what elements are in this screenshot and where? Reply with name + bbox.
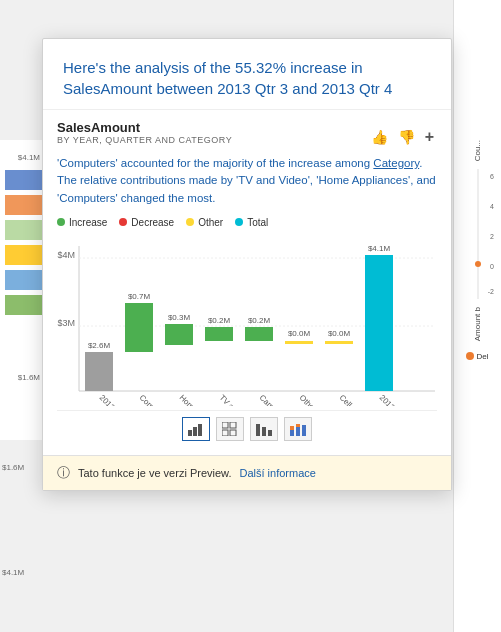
- svg-text:$0.2M: $0.2M: [248, 316, 271, 325]
- chart-type-bar-button[interactable]: [250, 417, 278, 441]
- svg-rect-45: [262, 427, 266, 436]
- svg-text:Cameras an...: Cameras an...: [258, 393, 300, 406]
- chart-type-waterfall-button[interactable]: [182, 417, 210, 441]
- svg-rect-0: [5, 170, 45, 190]
- thumbs-down-button[interactable]: 👎: [395, 127, 418, 147]
- chart-actions: 👍 👎 +: [368, 127, 437, 147]
- svg-text:Cell phones: Cell phones: [338, 393, 374, 406]
- svg-rect-1: [5, 195, 45, 215]
- bar-cellphones: [325, 341, 353, 344]
- bar-qtr4: [365, 255, 393, 391]
- svg-rect-37: [188, 430, 192, 436]
- svg-text:6: 6: [490, 173, 494, 180]
- legend-dot-increase: [57, 218, 65, 226]
- preview-text: Tato funkce je ve verzi Preview.: [78, 467, 231, 479]
- right-sidebar: Cou... 6 4 2 0 -2 Amount b Del: [453, 0, 501, 632]
- svg-rect-4: [5, 270, 45, 290]
- sidebar-dot-label: Del: [476, 352, 488, 361]
- svg-rect-49: [296, 427, 300, 436]
- svg-text:0: 0: [490, 263, 494, 270]
- popup-title: Here's the analysis of the 55.32% increa…: [63, 57, 431, 99]
- bar-qtr3: [85, 352, 113, 391]
- popup-header: Here's the analysis of the 55.32% increa…: [43, 39, 451, 110]
- svg-text:$4.1M: $4.1M: [18, 153, 41, 162]
- svg-text:$0.2M: $0.2M: [208, 316, 231, 325]
- svg-rect-47: [290, 430, 294, 436]
- chart-section: SalesAmount BY YEAR, QUARTER AND CATEGOR…: [43, 110, 451, 455]
- waterfall-svg: $4M $3M $2.6M $0.7M: [57, 236, 437, 406]
- svg-text:Computers: Computers: [138, 393, 172, 406]
- svg-text:2013 Qtr 3: 2013 Qtr 3: [98, 393, 131, 406]
- thumbs-up-button[interactable]: 👍: [368, 127, 391, 147]
- bar-tv: [205, 327, 233, 341]
- svg-text:$0.3M: $0.3M: [168, 313, 191, 322]
- svg-text:TV and Video: TV and Video: [218, 393, 259, 406]
- chart-title: SalesAmount BY YEAR, QUARTER AND CATEGOR…: [57, 120, 232, 153]
- bottom-left-axis: $4.1M: [2, 568, 27, 577]
- waterfall-chart: $4M $3M $2.6M $0.7M: [57, 236, 437, 406]
- svg-rect-39: [198, 424, 202, 436]
- bottom-left-axis2: $1.6M: [2, 463, 27, 472]
- info-icon: ⓘ: [57, 464, 70, 482]
- svg-rect-44: [256, 424, 260, 436]
- svg-point-14: [475, 261, 481, 267]
- bar-cameras: [245, 327, 273, 341]
- legend-dot-decrease: [119, 218, 127, 226]
- bar-computers: [125, 303, 153, 352]
- svg-text:Home Appli...: Home Appli...: [178, 393, 218, 406]
- legend-item-decrease: Decrease: [119, 217, 174, 228]
- chart-description: 'Computers' accounted for the majority o…: [57, 155, 437, 207]
- chart-type-grid-button[interactable]: [216, 417, 244, 441]
- svg-rect-3: [5, 245, 45, 265]
- svg-text:$2.6M: $2.6M: [88, 341, 111, 350]
- svg-text:$4.1M: $4.1M: [368, 244, 391, 253]
- chart-title-row: SalesAmount BY YEAR, QUARTER AND CATEGOR…: [57, 120, 437, 153]
- svg-rect-40: [222, 422, 228, 428]
- svg-rect-42: [222, 430, 228, 436]
- preview-bar: ⓘ Tato funkce je ve verzi Preview. Další…: [43, 455, 451, 490]
- svg-text:4: 4: [490, 203, 494, 210]
- svg-text:Other: Other: [298, 393, 319, 406]
- svg-rect-48: [290, 426, 294, 430]
- svg-rect-5: [5, 295, 45, 315]
- svg-rect-46: [268, 430, 272, 436]
- svg-text:$0.7M: $0.7M: [128, 292, 151, 301]
- legend-dot-total: [235, 218, 243, 226]
- svg-text:$0.0M: $0.0M: [328, 329, 351, 338]
- category-link[interactable]: Category: [373, 157, 419, 169]
- svg-rect-2: [5, 220, 45, 240]
- svg-rect-51: [302, 425, 306, 436]
- svg-rect-50: [296, 424, 300, 427]
- sidebar-label-amount: Amount b: [473, 307, 482, 341]
- bar-other: [285, 341, 313, 344]
- legend-dot-other: [186, 218, 194, 226]
- svg-text:2013 Qtr 4: 2013 Qtr 4: [378, 393, 411, 406]
- legend-item-increase: Increase: [57, 217, 107, 228]
- svg-rect-41: [230, 422, 236, 428]
- popup-card: Here's the analysis of the 55.32% increa…: [42, 38, 452, 491]
- svg-rect-43: [230, 430, 236, 436]
- chart-type-row: [57, 410, 437, 449]
- svg-rect-38: [193, 427, 197, 436]
- svg-text:-2: -2: [487, 288, 493, 295]
- svg-text:$1.6M: $1.6M: [18, 373, 41, 382]
- legend-item-other: Other: [186, 217, 223, 228]
- sidebar-label-cou: Cou...: [473, 140, 482, 161]
- chart-legend: Increase Decrease Other Total: [57, 217, 437, 228]
- svg-text:2: 2: [490, 233, 494, 240]
- legend-item-total: Total: [235, 217, 268, 228]
- svg-text:$0.0M: $0.0M: [288, 329, 311, 338]
- chart-type-stacked-button[interactable]: [284, 417, 312, 441]
- expand-button[interactable]: +: [422, 127, 437, 147]
- bar-home: [165, 324, 193, 345]
- svg-text:$4M: $4M: [57, 250, 75, 260]
- preview-link[interactable]: Další informace: [239, 467, 315, 479]
- svg-text:$3M: $3M: [57, 318, 75, 328]
